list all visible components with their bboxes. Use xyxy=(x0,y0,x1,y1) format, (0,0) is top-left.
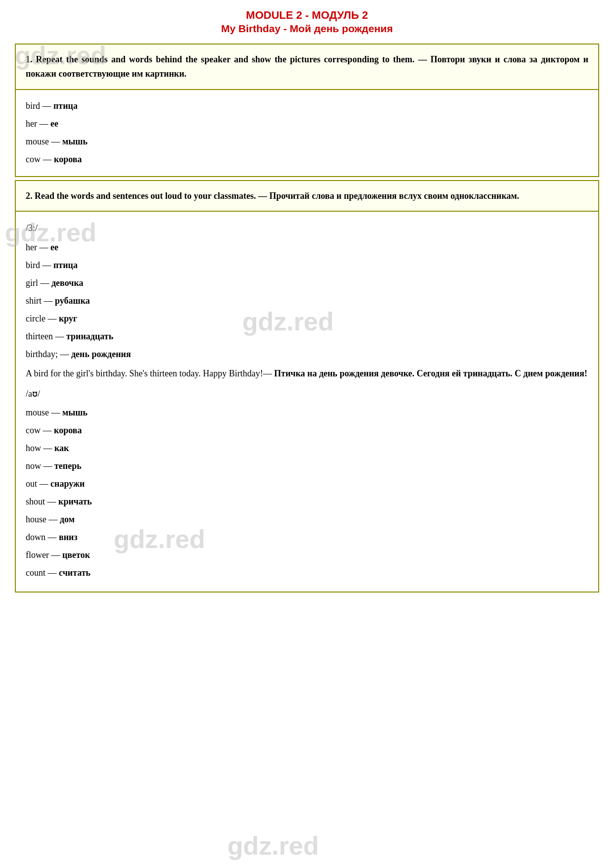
vocab1-en-2: her xyxy=(26,119,37,129)
ph1-item-6: thirteen — тринадцать xyxy=(26,327,588,345)
task1-label: 1. xyxy=(26,54,33,64)
task2-en: Read the words and sentences out loud to… xyxy=(35,191,256,201)
sentence-ru: Птичка на день рождения девочке. Сегодня… xyxy=(274,368,587,378)
phonetic-symbol-2: /aʊ/ xyxy=(26,384,588,404)
vocab1-en-1: bird xyxy=(26,101,40,111)
vocab1-ru-2: ее xyxy=(50,119,58,129)
ph2-item-7: house — дом xyxy=(26,510,588,528)
vocab1-ru-1: птица xyxy=(53,101,78,111)
phonetic-section-2: /aʊ/ mouse — мышь cow — корова how — как… xyxy=(26,384,588,582)
ph2-item-10: count — считать xyxy=(26,564,588,582)
ph1-item-7: birthday; — день рождения xyxy=(26,345,588,363)
vocab1-item-4: cow — корова xyxy=(26,150,588,168)
ph1-item-3: girl — девочка xyxy=(26,274,588,292)
vocab1-ru-4: корова xyxy=(54,154,82,164)
ph2-item-4: now — теперь xyxy=(26,457,588,475)
task1-en: Repeat the sounds and words behind the s… xyxy=(36,54,415,64)
ph2-item-3: how — как xyxy=(26,439,588,457)
task1-dash: — xyxy=(418,54,427,64)
ph1-item-5: circle — круг xyxy=(26,310,588,327)
watermark-5: gdz.red xyxy=(227,831,319,861)
vocab1-dash-2: — xyxy=(39,119,50,129)
ph2-item-5: out — снаружи xyxy=(26,475,588,493)
vocab1-dash-1: — xyxy=(43,101,54,111)
page-subtitle: My Birthday - Мой день рождения xyxy=(20,23,594,35)
vocab1-item-2: her — ее xyxy=(26,115,588,133)
ph2-item-1: mouse — мышь xyxy=(26,404,588,421)
vocab1-dash-4: — xyxy=(43,154,54,164)
task2-text: 2. Read the words and sentences out loud… xyxy=(26,189,588,203)
vocab1-item-3: mouse — мышь xyxy=(26,133,588,150)
vocab1-dash-3: — xyxy=(51,137,63,146)
ph2-item-8: down — вниз xyxy=(26,528,588,546)
ph1-item-2: bird — птица xyxy=(26,256,588,274)
task2-box: 2. Read the words and sentences out loud… xyxy=(15,180,599,212)
ph2-item-9: flower — цветок xyxy=(26,546,588,564)
ph2-item-2: cow — корова xyxy=(26,421,588,439)
ph1-item-1: her — ее xyxy=(26,238,588,256)
sentence-en: A bird for the girl's birthday. She's th… xyxy=(26,368,274,378)
task1-text: 1. Repeat the sounds and words behind th… xyxy=(26,52,588,81)
page-content: 1. Repeat the sounds and words behind th… xyxy=(0,39,614,607)
vocab1-ru-3: мышь xyxy=(62,137,88,146)
phonetics-box: /3:/ her — ее bird — птица girl — девочк… xyxy=(15,212,599,593)
task2-label: 2. xyxy=(26,191,33,201)
vocab1-item-1: bird — птица xyxy=(26,97,588,115)
module-title: MODULE 2 - МОДУЛЬ 2 xyxy=(20,9,594,22)
vocab1-en-3: mouse xyxy=(26,137,49,146)
phonetic-section-1: /3:/ her — ее bird — птица girl — девочк… xyxy=(26,219,588,381)
task1-box: 1. Repeat the sounds and words behind th… xyxy=(15,44,599,90)
ph1-item-4: shirt — рубашка xyxy=(26,292,588,310)
phonetic-symbol-1: /3:/ xyxy=(26,219,588,238)
task2-dash: — xyxy=(258,191,269,201)
vocab1-box: bird — птица her — ее mouse — мышь cow —… xyxy=(15,90,599,177)
sentence-block: A bird for the girl's birthday. She's th… xyxy=(26,366,588,381)
task2-ru: Прочитай слова и предложения вслух своим… xyxy=(269,191,520,201)
ph2-item-6: shout — кричать xyxy=(26,493,588,510)
vocab1-en-4: cow xyxy=(26,154,41,164)
page-header: MODULE 2 - МОДУЛЬ 2 My Birthday - Мой де… xyxy=(0,0,614,39)
